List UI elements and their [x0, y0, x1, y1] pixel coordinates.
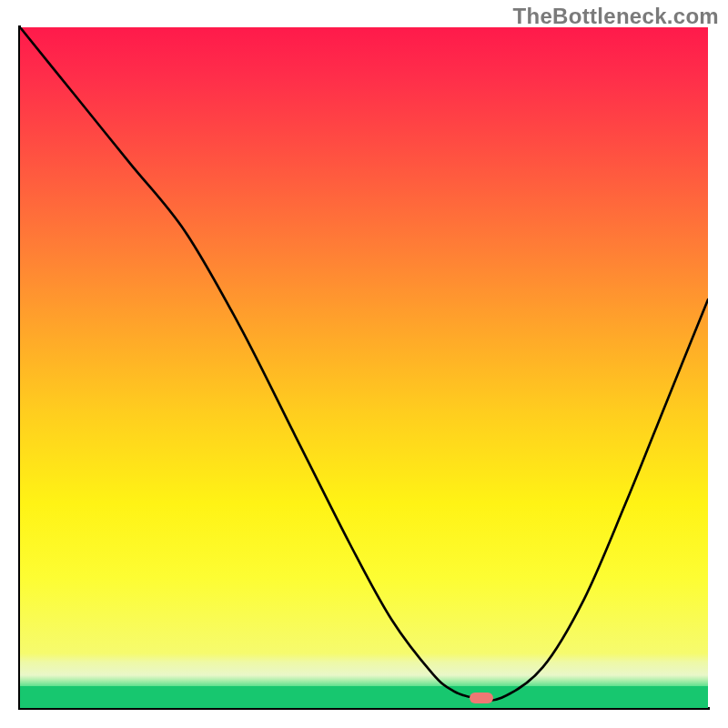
chart-canvas: TheBottleneck.com: [0, 0, 728, 728]
curve-svg: [20, 27, 708, 708]
valley-marker-icon: [470, 693, 493, 703]
bottleneck-curve-path: [20, 27, 708, 701]
plot-area: [20, 27, 708, 708]
watermark-text: TheBottleneck.com: [513, 4, 719, 29]
